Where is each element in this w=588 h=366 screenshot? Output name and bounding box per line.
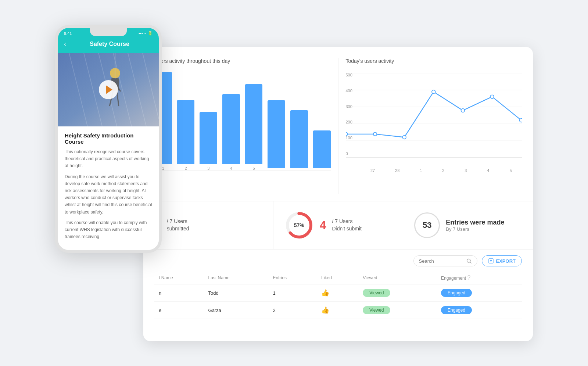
bar-label: 1 (162, 166, 164, 171)
line-chart-container: 500 400 300 200 100 0 (346, 71, 522, 182)
didnt-submit-count: 4 (320, 219, 326, 232)
export-icon (488, 258, 494, 264)
search-input[interactable] (419, 258, 463, 264)
bar-chart-section: Users activity throughout this day 12345 (154, 58, 338, 194)
bar-label: 4 (230, 166, 232, 171)
bar-column (313, 130, 331, 171)
bar-column (290, 110, 308, 171)
entries-subtitle: By 7 Users (446, 226, 504, 232)
phone-time: 9:41 (64, 31, 72, 36)
col-engagement: Engagement ? (437, 272, 522, 284)
svg-point-10 (461, 109, 465, 112)
submitted-text: / 7 Users submitted (167, 218, 189, 232)
bar-label: 5 (253, 166, 255, 171)
line-chart-svg (346, 71, 522, 159)
engaged-badge: Engaged (441, 306, 472, 314)
bar (245, 84, 263, 164)
stat-didnt-submit: 57% 4 / 7 Users Didn't submit (273, 201, 404, 249)
cell-engagement: Engaged (437, 284, 522, 302)
data-table: t Name Last Name Entries Liked Viewed En… (154, 272, 522, 319)
bar (268, 100, 285, 168)
didnt-submit-text: / 7 Users Didn't submit (332, 218, 361, 232)
phone-notch (90, 28, 127, 36)
cell-lastname: Todd (204, 284, 269, 302)
bar-column: 4 (222, 94, 240, 171)
phone-course-desc-1: This nationally recognised course covers… (65, 148, 152, 170)
stat-entries: 53 Entries were made By 7 Users (403, 201, 533, 249)
table-toolbar: EXPORT (154, 255, 522, 266)
col-liked: Liked (317, 272, 358, 284)
help-icon: ? (467, 274, 470, 281)
col-entries: Entries (269, 272, 317, 284)
viewed-badge: Viewed (363, 289, 390, 297)
bar-column: 3 (200, 112, 217, 171)
liked-icon: 👍 (321, 289, 329, 297)
cell-engagement: Engaged (437, 302, 522, 319)
svg-point-12 (519, 119, 522, 122)
phone-header-title: Safety Course (66, 41, 153, 47)
svg-point-11 (490, 95, 494, 98)
bar-chart-title: Users activity throughout this day (154, 58, 331, 64)
table-row: e Garza 2 👍 Viewed Engaged (154, 302, 522, 319)
export-label: EXPORT (496, 258, 516, 264)
bar (222, 94, 240, 164)
cell-liked: 👍 (317, 284, 358, 302)
cell-lastname: Garza (204, 302, 269, 319)
phone-mockup: 9:41 ▪▪▪ ⌁ 🔋 ‹ Safety Course (55, 25, 162, 253)
bar-column: 2 (177, 100, 195, 171)
bar (290, 110, 308, 168)
dashboard-card: Users activity throughout this day 12345… (143, 47, 533, 341)
bar-label: 3 (207, 166, 209, 171)
y-axis-labels: 500 400 300 200 100 0 (346, 71, 360, 156)
entries-title: Entries were made (446, 219, 504, 226)
stat-submitted: 3 / 7 Users submitted (143, 201, 273, 249)
search-icon (466, 258, 472, 264)
bar-column (268, 100, 285, 171)
charts-row: Users activity throughout this day 12345… (143, 47, 533, 201)
bar (200, 112, 217, 164)
cell-entries: 1 (269, 284, 317, 302)
table-section: EXPORT t Name Last Name Entries Liked Vi… (143, 250, 533, 325)
phone-image (58, 53, 159, 126)
line-chart-section: Today's users activity 500 400 300 200 1… (338, 58, 522, 194)
donut-chart: 57% (284, 211, 314, 240)
cell-viewed: Viewed (358, 284, 437, 302)
phone-course-desc-2: During the course we will assist you to … (65, 173, 152, 216)
phone-course-title: Height Safety Introduction Course (65, 132, 152, 145)
svg-point-7 (373, 132, 377, 136)
play-icon (106, 85, 112, 94)
svg-line-16 (470, 262, 472, 263)
export-button[interactable]: EXPORT (482, 255, 522, 266)
table-row: n Todd 1 👍 Viewed Engaged (154, 284, 522, 302)
bar-label: 2 (184, 166, 187, 171)
svg-point-8 (402, 136, 406, 139)
col-firstname: t Name (154, 272, 204, 284)
col-viewed: Viewed (358, 272, 437, 284)
viewed-badge: Viewed (363, 306, 390, 314)
phone-course-desc-3: This course will enable you to comply wi… (65, 219, 152, 241)
engaged-badge: Engaged (441, 289, 472, 297)
cell-firstname: n (154, 284, 204, 302)
stats-row: 3 / 7 Users submitted 57% 4 / 7 Users (143, 201, 533, 250)
phone-content: Height Safety Introduction Course This n… (58, 126, 159, 250)
cell-entries: 2 (269, 302, 317, 319)
col-lastname: Last Name (204, 272, 269, 284)
bar (177, 100, 195, 164)
svg-point-9 (431, 90, 435, 94)
bar-column: 5 (245, 84, 263, 171)
bar-chart: 12345 (154, 71, 331, 182)
phone-signals: ▪▪▪ ⌁ 🔋 (139, 31, 153, 36)
bar (313, 130, 331, 168)
cell-viewed: Viewed (358, 302, 437, 319)
scene: Users activity throughout this day 12345… (55, 25, 533, 341)
entries-circle: 53 (414, 212, 440, 238)
phone-header: ‹ Safety Course (58, 37, 159, 53)
play-button[interactable] (99, 80, 118, 99)
liked-icon: 👍 (321, 306, 329, 314)
x-axis-labels: 27 28 1 2 3 4 5 (346, 168, 522, 173)
search-box[interactable] (413, 255, 477, 266)
cell-firstname: e (154, 302, 204, 319)
line-chart-title: Today's users activity (346, 58, 522, 64)
donut-label: 57% (294, 222, 304, 228)
entries-info: Entries were made By 7 Users (446, 219, 504, 232)
